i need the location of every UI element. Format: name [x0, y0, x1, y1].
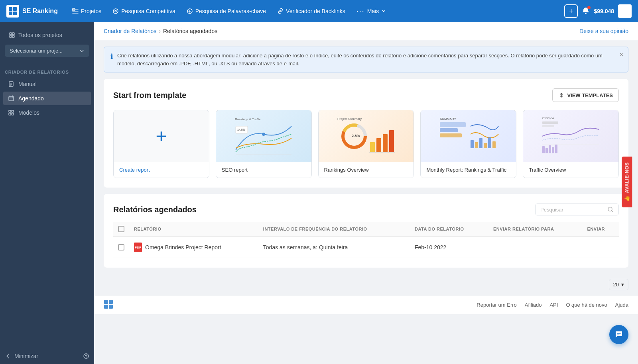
rankings-chart: Project Summary 2.8% [334, 114, 398, 158]
app-name-label: SE Ranking [22, 8, 58, 15]
svg-rect-29 [376, 138, 381, 152]
svg-point-20 [262, 133, 265, 136]
sidebar-top: Todos os projetos Seleccionar um proje..… [0, 22, 94, 63]
per-page-selector[interactable]: 20 ▾ [609, 279, 628, 290]
nav-palavras-chave-label: Pesquisa de Palavras-chave [195, 8, 266, 14]
sidebar-item-agendado[interactable]: Agendado [3, 92, 91, 105]
svg-rect-40 [484, 143, 487, 148]
pdf-icon: PDF [134, 243, 142, 252]
footer-link-novidades[interactable]: O que há de novo [566, 302, 607, 308]
svg-text:SUMMARY: SUMMARY [440, 117, 456, 121]
traffic-preview: Overview [523, 110, 618, 162]
svg-text:2.8%: 2.8% [352, 134, 360, 138]
project-selector[interactable]: Seleccionar um proje... [5, 45, 89, 57]
template-card-seo[interactable]: Rankings & Traffic 14.8% SEO report [216, 110, 312, 178]
report-name: Omega Brindes Project Report [145, 244, 221, 250]
row-checkbox-cell [113, 237, 129, 258]
main-navigation: Projetos Pesquisa Competitiva Pesquisa d… [67, 5, 561, 18]
col-header-relatorio: RELATÓRIO [129, 222, 258, 237]
sidebar-section-label: CRIADOR DE RELATÓRIOS [0, 63, 94, 77]
svg-text:14.8%: 14.8% [237, 128, 245, 131]
svg-rect-10 [12, 35, 14, 37]
svg-rect-34 [440, 122, 466, 127]
footer-link-api[interactable]: API [549, 302, 558, 308]
svg-point-5 [113, 9, 118, 14]
footer: Reportar um Erro Afiliado API O que há d… [94, 295, 638, 314]
svg-rect-55 [109, 305, 113, 309]
svg-rect-54 [104, 305, 108, 309]
nav-pesquisa-competitiva-label: Pesquisa Competitiva [121, 8, 175, 14]
sidebar-minimize[interactable]: Minimizar [0, 348, 94, 364]
svg-rect-28 [370, 142, 375, 152]
svg-rect-46 [542, 146, 545, 153]
col-header-enviar: ENVIAR [582, 222, 619, 237]
template-card-rankings[interactable]: Project Summary 2.8% Rankings Ov [318, 110, 414, 178]
view-templates-label: VIEW TEMPLATES [567, 92, 613, 98]
svg-rect-30 [383, 134, 388, 152]
search-box [535, 204, 619, 215]
footer-link-erro[interactable]: Reportar um Erro [477, 302, 516, 308]
app-logo[interactable]: SE Ranking [6, 5, 58, 18]
row-frequency-cell: Todas as semanas, a: Quinta feira [258, 237, 410, 258]
help-icon[interactable] [83, 353, 89, 359]
nav-mais[interactable]: ··· Mais [352, 5, 391, 18]
row-frequency: Todas as semanas, a: Quinta feira [263, 244, 348, 250]
row-checkbox[interactable] [118, 244, 124, 250]
notifications-button[interactable] [582, 7, 590, 16]
template-card-create[interactable]: + Create report [113, 110, 209, 178]
plus-icon: + [569, 7, 573, 16]
rankings-preview: Project Summary 2.8% [319, 110, 414, 162]
pagination-row: 20 ▾ [94, 274, 638, 295]
nav-projetos[interactable]: Projetos [67, 5, 106, 18]
feedback-link[interactable]: Deixe a sua opinião [579, 28, 628, 34]
svg-rect-36 [440, 133, 462, 137]
feedback-tab[interactable]: 👍 AVALIE-NOS [622, 157, 632, 207]
sidebar-item-manual-label: Manual [18, 81, 37, 87]
seo-chart: Rankings & Traffic 14.8% [232, 114, 295, 158]
templates-section-header: Start from template VIEW TEMPLATES [113, 88, 619, 102]
sidebar-all-projects[interactable]: Todos os projetos [5, 29, 89, 41]
template-card-traffic[interactable]: Overview Traffic [523, 110, 619, 178]
nav-palavras-chave[interactable]: Pesquisa de Palavras-chave [182, 5, 271, 18]
svg-rect-49 [552, 147, 554, 153]
sort-icon [558, 92, 565, 98]
notification-dot [587, 6, 591, 9]
footer-logo-icon [104, 299, 113, 310]
footer-link-ajuda[interactable]: Ajuda [615, 302, 628, 308]
svg-point-18 [86, 357, 86, 357]
nav-backlinks[interactable]: Verificador de Backlinks [272, 5, 350, 18]
feedback-tab-icon: 👍 [624, 196, 630, 202]
search-input[interactable] [540, 207, 604, 213]
sidebar-item-manual[interactable]: Manual [3, 77, 91, 91]
col-header-data: DATA DO RELATÓRIO [410, 222, 488, 237]
svg-rect-39 [479, 138, 482, 148]
sidebar-item-modelos[interactable]: Modelos [3, 106, 91, 119]
footer-link-afiliado[interactable]: Afiliado [525, 302, 542, 308]
chat-icon [614, 330, 624, 339]
template-card-monthly[interactable]: SUMMARY [420, 110, 516, 178]
svg-rect-50 [555, 145, 557, 153]
traffic-card-label: Traffic Overview [523, 162, 618, 178]
add-button[interactable]: + [564, 4, 578, 18]
svg-rect-2 [9, 12, 12, 15]
seo-preview: Rankings & Traffic 14.8% [216, 110, 311, 162]
create-preview: + [114, 110, 209, 162]
account-balance[interactable]: $99.048 [594, 8, 614, 14]
select-all-checkbox[interactable] [118, 226, 124, 232]
create-card-label: Create report [114, 162, 209, 178]
info-banner-close[interactable]: × [620, 51, 623, 58]
row-date: Feb-10 2022 [415, 244, 446, 250]
view-templates-button[interactable]: VIEW TEMPLATES [552, 88, 619, 102]
col-header-enviar-para: ENVIAR RELATÓRIO PARA [488, 222, 583, 237]
svg-rect-13 [9, 110, 11, 112]
svg-rect-52 [104, 300, 108, 304]
chat-button[interactable] [609, 325, 628, 344]
top-navigation: SE Ranking Projetos Pesquisa Competitiva… [0, 0, 638, 22]
nav-pesquisa-competitiva[interactable]: Pesquisa Competitiva [108, 5, 180, 18]
breadcrumb-parent[interactable]: Criador de Relatórios [104, 28, 156, 34]
user-avatar[interactable] [618, 4, 632, 18]
chevron-down-icon: ▾ [621, 282, 624, 288]
minimize-label: Minimizar [14, 353, 38, 359]
minimize-left: Minimizar [5, 353, 38, 359]
monthly-card-label: Monthly Report: Rankings & Traffic [421, 162, 516, 178]
